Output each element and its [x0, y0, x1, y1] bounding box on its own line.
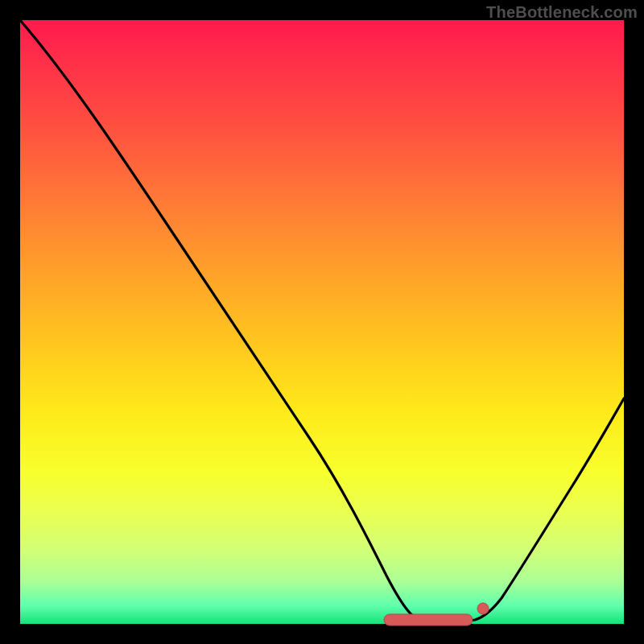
- chart-frame: TheBottleneck.com: [0, 0, 644, 644]
- bottleneck-curve: [20, 20, 624, 621]
- plot-area: [20, 20, 624, 624]
- flat-minimum-marker: [384, 614, 473, 625]
- curve-layer: [20, 20, 624, 624]
- minimum-end-dot: [477, 603, 489, 614]
- attribution-label: TheBottleneck.com: [486, 3, 638, 22]
